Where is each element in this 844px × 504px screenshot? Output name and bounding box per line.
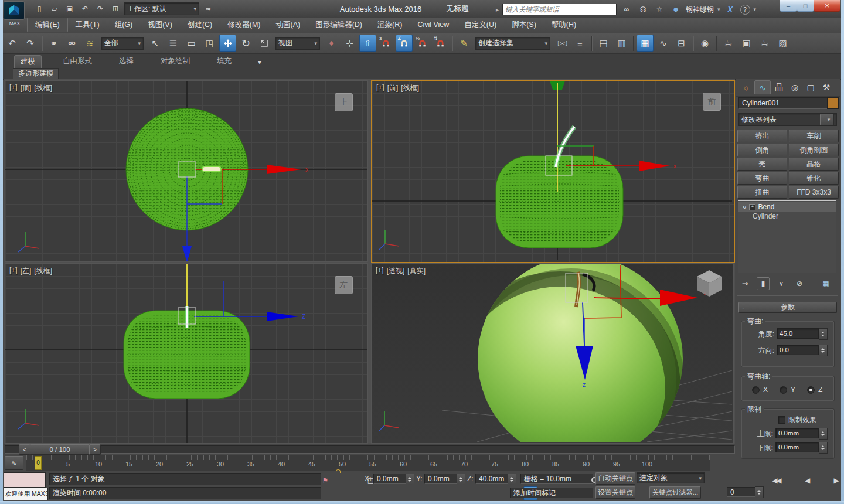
curve-editor-icon[interactable]: ∿ bbox=[655, 35, 672, 52]
maxscript-macro-recorder[interactable] bbox=[4, 472, 46, 488]
frame-spinner[interactable] bbox=[755, 486, 764, 498]
ribbon-tab-自由形式[interactable]: 自由形式 bbox=[57, 55, 98, 67]
render-setup-icon[interactable]: ☕ bbox=[720, 35, 737, 52]
menu-item-6[interactable]: 修改器(M) bbox=[220, 18, 268, 32]
angle-field[interactable]: 45.0 bbox=[777, 328, 819, 339]
axis-y-radio[interactable] bbox=[780, 386, 787, 394]
front-viewport-canvas[interactable]: x bbox=[372, 81, 732, 260]
auto-key-button[interactable]: 自动关键点 bbox=[595, 472, 635, 485]
rendered-frame-window-icon[interactable]: ▣ bbox=[738, 35, 755, 52]
viewport-menu-plus[interactable]: [+] bbox=[9, 83, 18, 93]
bind-to-spacewarp-icon[interactable]: ≋ bbox=[81, 35, 98, 52]
tab-motion[interactable]: ◎ bbox=[787, 80, 802, 94]
z-coord-spinner[interactable] bbox=[508, 474, 516, 485]
viewport-menu-plus[interactable]: [+] bbox=[9, 266, 18, 276]
menu-item-4[interactable]: 视图(V) bbox=[140, 18, 180, 32]
render-production-icon[interactable]: ☕ bbox=[756, 35, 773, 52]
time-slider-track[interactable] bbox=[5, 445, 735, 454]
maximize-button[interactable]: □ bbox=[797, 0, 814, 12]
exchange-icon[interactable]: X bbox=[724, 3, 737, 16]
axis-x-radio[interactable] bbox=[752, 386, 760, 394]
viewcube-top[interactable]: 上 bbox=[335, 93, 353, 111]
account-name[interactable]: 钢神绿钢 bbox=[686, 5, 714, 15]
ribbon-tab-选择[interactable]: 选择 bbox=[113, 55, 139, 67]
modifier-button-2[interactable]: 车削 bbox=[789, 130, 839, 142]
stem-top-selected[interactable] bbox=[202, 166, 221, 172]
key-filters-button[interactable]: 关键点过滤器... bbox=[649, 486, 701, 499]
object-name-field[interactable]: Cylinder001 bbox=[738, 97, 830, 109]
search-icon[interactable]: ∞ bbox=[620, 3, 633, 16]
viewport-menu-pov[interactable]: [左] bbox=[21, 266, 32, 276]
top-viewport-canvas[interactable]: x bbox=[5, 81, 367, 261]
menu-item-3[interactable]: 组(G) bbox=[107, 18, 141, 32]
workspace-dropdown[interactable]: 工作区: 默认▾ bbox=[124, 2, 199, 15]
search-collapse-icon[interactable]: ▸ bbox=[496, 6, 499, 13]
upper-limit-field[interactable]: 0.0mm bbox=[775, 428, 819, 438]
select-rotate-icon[interactable]: ↻ bbox=[237, 35, 254, 52]
window-crossing-icon[interactable]: ◳ bbox=[201, 35, 218, 52]
modifier-button-6[interactable]: 晶格 bbox=[789, 158, 839, 171]
reference-coordinate-dropdown[interactable]: 视图▾ bbox=[275, 37, 320, 50]
modifier-list-dropdown[interactable]: 修改器列表 ▾ bbox=[738, 113, 837, 126]
edit-named-selections-icon[interactable]: ✎ bbox=[455, 35, 472, 52]
menu-item-1[interactable]: 编辑(E) bbox=[27, 18, 68, 32]
minimize-button[interactable]: – bbox=[780, 0, 797, 12]
viewcube-front[interactable]: 前 bbox=[703, 93, 721, 111]
viewcube-perspective[interactable] bbox=[697, 270, 722, 297]
angle-spinner[interactable] bbox=[819, 328, 828, 340]
selection-region-icon[interactable]: ▭ bbox=[183, 35, 200, 52]
object-color-swatch[interactable] bbox=[827, 97, 839, 109]
use-pivot-center-icon[interactable]: ⌖ bbox=[323, 35, 340, 52]
modifier-button-8[interactable]: 锥化 bbox=[789, 172, 839, 185]
communication-center-icon[interactable]: ☊ bbox=[637, 3, 649, 16]
maxscript-listener[interactable]: 欢迎使用 MAXSc bbox=[4, 488, 48, 500]
show-end-result-icon[interactable]: ▮ bbox=[757, 277, 770, 290]
undo-scene-icon[interactable]: ↶ bbox=[4, 35, 21, 52]
tab-modify[interactable]: ∿ bbox=[754, 80, 771, 94]
layer-manager-icon[interactable]: ▥ bbox=[613, 35, 630, 52]
scene-states-icon[interactable]: ▤ bbox=[595, 35, 612, 52]
add-time-tag[interactable]: 添加时间标记 bbox=[510, 488, 593, 498]
menu-item-12[interactable]: 脚本(S) bbox=[504, 18, 544, 32]
limit-effect-checkbox[interactable] bbox=[778, 416, 785, 424]
perspective-viewport-canvas[interactable]: x z bbox=[372, 264, 732, 442]
stack-item-Bend[interactable]: ⚪+Bend bbox=[738, 202, 836, 212]
viewport-menu-plus[interactable]: [+] bbox=[376, 266, 384, 276]
open-file-icon[interactable]: ▱ bbox=[48, 2, 61, 15]
menu-item-5[interactable]: 创建(C) bbox=[180, 18, 220, 32]
time-slider-handle[interactable]: 0 / 100 bbox=[30, 444, 90, 455]
project-folder-icon[interactable]: ⊞ bbox=[109, 2, 122, 15]
save-file-icon[interactable]: ▣ bbox=[63, 2, 76, 15]
expand-modifier-icon[interactable]: + bbox=[749, 204, 755, 210]
ribbon-tab-建模[interactable]: 建模 bbox=[14, 55, 42, 68]
tab-utilities[interactable]: ⚒ bbox=[819, 80, 834, 94]
tab-display[interactable]: ▢ bbox=[803, 80, 818, 94]
menu-item-13[interactable]: 帮助(H) bbox=[544, 18, 584, 32]
viewport-menu-shading[interactable]: [线框] bbox=[34, 266, 52, 276]
undo-icon[interactable]: ↶ bbox=[79, 2, 91, 15]
ribbon-dropdown-icon[interactable]: ▾ bbox=[253, 56, 266, 69]
lower-limit-field[interactable]: 0.0mm bbox=[775, 442, 819, 452]
modifier-button-10[interactable]: FFD 3x3x3 bbox=[789, 186, 839, 199]
named-selection-sets-dropdown[interactable]: 创建选择集▾ bbox=[475, 37, 550, 50]
x-coord-spinner[interactable] bbox=[406, 474, 414, 485]
left-viewport-canvas[interactable]: Z bbox=[5, 264, 367, 443]
select-and-manipulate-icon[interactable]: ⊹ bbox=[341, 35, 358, 52]
modifier-button-4[interactable]: 倒角剖面 bbox=[789, 144, 839, 156]
modifier-button-3[interactable]: 倒角 bbox=[737, 144, 787, 156]
keyboard-override-toggle-icon[interactable]: ⇧ bbox=[359, 35, 376, 52]
stack-item-Cylinder[interactable]: Cylinder bbox=[738, 212, 836, 221]
upper-limit-spinner[interactable] bbox=[819, 428, 828, 440]
prev-frame-slider-button[interactable]: < bbox=[19, 444, 30, 455]
previous-frame-icon[interactable]: ◀ bbox=[801, 474, 814, 487]
apple-front-wireframe[interactable] bbox=[496, 156, 623, 248]
lower-limit-spinner[interactable] bbox=[819, 442, 828, 454]
select-object-icon[interactable]: ↖ bbox=[147, 35, 164, 52]
modifier-button-5[interactable]: 壳 bbox=[737, 158, 787, 171]
viewport-menu-pov[interactable]: [前] bbox=[387, 83, 399, 93]
next-frame-slider-button[interactable]: > bbox=[89, 444, 101, 455]
schematic-view-icon[interactable]: ⊟ bbox=[673, 35, 690, 52]
axis-z-radio[interactable] bbox=[807, 386, 815, 394]
ribbon-tab-填充[interactable]: 填充 bbox=[211, 55, 237, 67]
direction-field[interactable]: 0.0 bbox=[777, 345, 819, 355]
